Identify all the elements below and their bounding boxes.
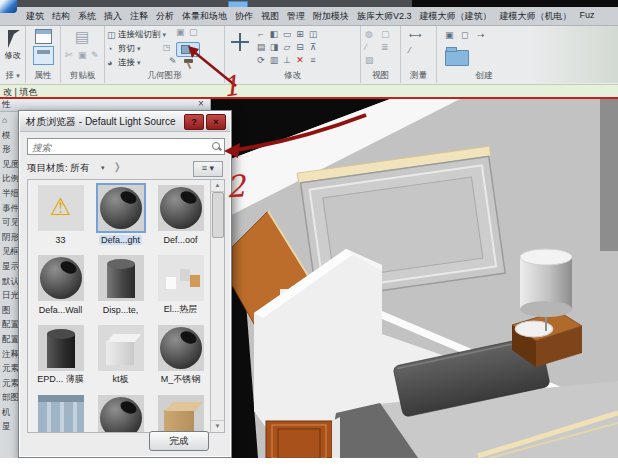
ribbon-tab[interactable]: 族库大师V2.3 bbox=[353, 8, 416, 25]
demolish-icon[interactable]: ▣ bbox=[176, 27, 185, 37]
cope-icon[interactable]: ⌐ bbox=[255, 28, 267, 40]
ribbon-tab[interactable]: 注释 bbox=[126, 8, 152, 25]
search-input[interactable] bbox=[30, 140, 204, 155]
scroll-down-icon[interactable]: ▼ bbox=[211, 420, 224, 432]
dialog-titlebar[interactable]: 材质浏览器 - Default Light Source ? × bbox=[20, 112, 230, 132]
unpin-icon[interactable]: ⊥ bbox=[281, 54, 293, 66]
dialog-title: 材质浏览器 - Default Light Source bbox=[26, 115, 176, 129]
cut-icon[interactable]: ✄ bbox=[65, 51, 73, 60]
array-2-icon[interactable]: ▥ bbox=[268, 54, 280, 66]
ribbon-tab[interactable]: 体量和场地 bbox=[178, 8, 231, 25]
ribbon-tab[interactable]: 建模大师（机电） bbox=[496, 8, 576, 25]
scale-icon[interactable]: ⊟ bbox=[294, 41, 306, 53]
trim-icon[interactable]: ▱ bbox=[281, 41, 293, 53]
ribbon-tab[interactable]: 分析 bbox=[152, 8, 178, 25]
modify-button[interactable]: 修改 bbox=[0, 50, 25, 61]
similar-icon[interactable]: ⇢ bbox=[477, 30, 485, 40]
tag-icon: ◳ bbox=[163, 43, 171, 52]
ribbon-tab[interactable]: Fuz bbox=[576, 8, 599, 25]
help-button[interactable]: ? bbox=[184, 114, 204, 130]
measure-between-icon[interactable]: ⟷ bbox=[409, 30, 422, 40]
move-icon[interactable] bbox=[231, 33, 249, 51]
ribbon-tab[interactable]: 协作 bbox=[231, 8, 257, 25]
offset-icon[interactable]: ▭ bbox=[281, 28, 293, 40]
geometry-tool[interactable]: ◫连接端切割▾ bbox=[107, 28, 177, 42]
ribbon-tab[interactable]: 结构 bbox=[48, 8, 74, 25]
modify-cursor-icon[interactable] bbox=[8, 30, 20, 48]
scrollbar-thumb[interactable] bbox=[212, 192, 224, 238]
ribbon-tab[interactable]: 系统 bbox=[74, 8, 100, 25]
join-icon[interactable]: ≡ bbox=[307, 54, 319, 66]
chevron-down-icon[interactable]: ▾ bbox=[16, 72, 20, 79]
cube-icon[interactable]: ▧ bbox=[365, 55, 374, 65]
ribbon-tab[interactable]: 建模大师（建筑） bbox=[416, 8, 496, 25]
material-item[interactable]: M_不锈钢 bbox=[151, 325, 210, 390]
line-style-icon[interactable]: ∕ bbox=[365, 42, 367, 52]
measure-along-icon[interactable]: ∕ bbox=[409, 45, 411, 55]
list-dropdown-icon[interactable]: ≣ bbox=[381, 42, 389, 52]
material-thumbnail-sphere bbox=[98, 185, 144, 231]
array-icon[interactable]: ⊞ bbox=[294, 28, 306, 40]
right-wall-edge-shape bbox=[600, 99, 618, 251]
create-group-folder-icon[interactable] bbox=[445, 50, 469, 66]
close-button[interactable]: × bbox=[206, 114, 226, 130]
geometry-tool[interactable]: ◕连接▾ bbox=[107, 56, 177, 70]
material-label: 33 bbox=[53, 235, 67, 245]
paint-bucket-icon bbox=[181, 45, 190, 54]
material-item[interactable]: Defa...Wall bbox=[31, 255, 90, 319]
split-face-icon[interactable]: ✎ bbox=[169, 56, 177, 66]
material-item[interactable] bbox=[31, 395, 90, 433]
material-thumbnail-sphere bbox=[158, 185, 204, 231]
type-properties-icon[interactable] bbox=[33, 46, 54, 65]
hammer-icon[interactable] bbox=[183, 57, 195, 69]
grid-scrollbar[interactable]: ▲ ▼ bbox=[210, 180, 224, 432]
lightbulb-icon[interactable]: ◍ bbox=[365, 29, 373, 39]
material-item[interactable] bbox=[91, 395, 150, 433]
rotate-icon[interactable]: ⟳ bbox=[255, 54, 267, 66]
material-item[interactable]: Defa...ght bbox=[91, 185, 150, 249]
delete-icon[interactable]: ✕ bbox=[294, 54, 306, 66]
ribbon-tab[interactable]: 视图 bbox=[257, 8, 283, 25]
chevron-down-icon[interactable]: ▾ bbox=[163, 31, 167, 39]
material-label: Defa...ght bbox=[99, 235, 142, 245]
cut-line-icon[interactable]: ◧ bbox=[268, 28, 280, 40]
ribbon-tab[interactable]: 建筑 bbox=[22, 8, 48, 25]
properties-icon[interactable] bbox=[35, 29, 52, 44]
wall-sweep-icon[interactable]: ▢ bbox=[189, 27, 198, 37]
paste-icon[interactable]: ▤ bbox=[75, 29, 89, 44]
chevron-down-icon[interactable]: ▾ bbox=[137, 59, 141, 67]
material-item[interactable]: El...热层 bbox=[151, 255, 210, 320]
group-icon[interactable]: ▣ bbox=[445, 30, 454, 40]
material-item[interactable]: 33 bbox=[31, 185, 90, 249]
material-item[interactable]: Disp...te, bbox=[91, 255, 150, 319]
app-logo-icon[interactable] bbox=[0, 0, 17, 13]
project-materials-filter[interactable]: 项目材质: 所有 bbox=[27, 162, 89, 175]
view-options-button[interactable]: ≡ ▾ bbox=[193, 161, 223, 177]
material-thumbnail-sphere bbox=[158, 325, 204, 371]
options-bar: 改 | 填色 bbox=[0, 84, 618, 98]
scroll-up-icon[interactable]: ▲ bbox=[211, 180, 224, 192]
align-icon[interactable]: ▤ bbox=[255, 41, 267, 53]
3d-view-canvas[interactable] bbox=[204, 99, 618, 458]
paint-tool-button[interactable]: ▾ bbox=[176, 42, 200, 57]
material-item[interactable] bbox=[151, 395, 210, 433]
chevron-down-icon[interactable]: ▾ bbox=[137, 45, 141, 53]
copy-icon[interactable]: ▣ bbox=[78, 51, 87, 60]
material-item[interactable]: EPD... 薄膜 bbox=[31, 325, 90, 390]
done-button[interactable]: 完成 bbox=[149, 431, 209, 451]
ribbon-tab[interactable]: 管理 bbox=[283, 8, 309, 25]
mirror-icon[interactable]: ◫ bbox=[307, 28, 319, 40]
filter-caret-icon[interactable]: ▾ bbox=[101, 164, 105, 172]
ribbon-tab[interactable]: 附加模块 bbox=[309, 8, 353, 25]
pin-icon[interactable]: ⊼ bbox=[307, 41, 319, 53]
material-item[interactable]: kt板 bbox=[91, 325, 150, 390]
material-label: M_不锈钢 bbox=[159, 373, 203, 386]
hide-box-icon[interactable]: ▢ bbox=[381, 29, 390, 39]
palette-close-icon[interactable]: × bbox=[198, 99, 204, 109]
match-type-icon[interactable]: ✎ bbox=[91, 51, 99, 60]
split-icon[interactable]: ◨ bbox=[268, 41, 280, 53]
material-item[interactable]: Def...oof bbox=[151, 185, 210, 249]
ribbon-tab[interactable]: 插入 bbox=[100, 8, 126, 25]
titlebar-dark-segment bbox=[412, 0, 618, 7]
assembly-icon[interactable]: ◻ bbox=[461, 30, 468, 40]
